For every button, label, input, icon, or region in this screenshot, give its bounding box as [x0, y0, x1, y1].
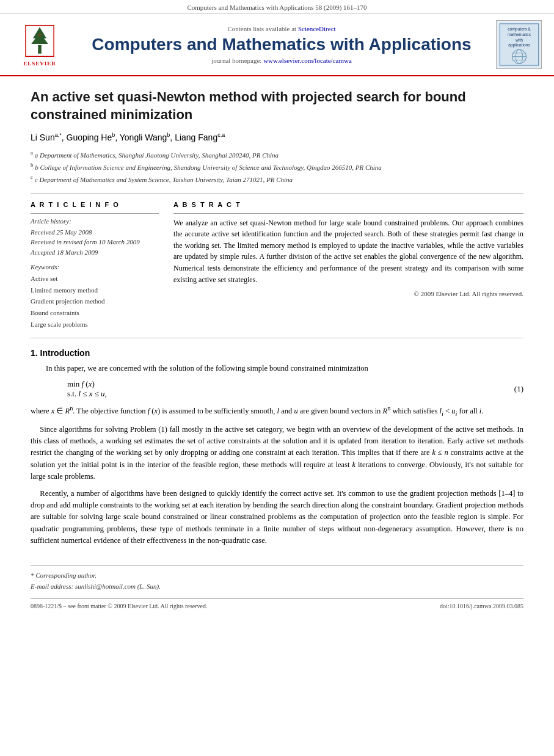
history-label: Article history:: [31, 217, 159, 225]
section-introduction: 1. Introduction In this paper, we are co…: [31, 348, 523, 547]
svg-text:mathematics: mathematics: [507, 32, 531, 37]
cover-svg: computers & mathematics with application…: [498, 23, 541, 67]
bottom-bar: 0898-1221/$ – see front matter © 2009 El…: [31, 598, 523, 609]
svg-text:applications: applications: [508, 43, 530, 48]
math-equation-1: min f (x) s.t. l ≤ x ≤ u, (1): [67, 379, 523, 399]
main-content: An active set quasi-Newton method with p…: [0, 76, 554, 622]
keyword-5: Large scale problems: [31, 319, 159, 330]
affiliations: a a Department of Mathematics, Shanghai …: [31, 148, 523, 186]
author-sun-sup: a,*: [55, 132, 62, 138]
elsevier-wordmark: ELSEVIER: [23, 60, 56, 67]
intro-para1: In this paper, we are concerned with the…: [31, 363, 523, 374]
svg-rect-1: [38, 45, 42, 54]
keywords-label: Keywords:: [31, 263, 159, 271]
equation-number: (1): [514, 384, 523, 394]
abstract-column: A B S T R A C T We analyze an active set…: [173, 201, 523, 330]
divider-1: [31, 193, 523, 194]
footnote-email: E-mail address: sunlishi@hotmail.com (L.…: [31, 581, 523, 592]
footnotes-section: * Corresponding author. E-mail address: …: [31, 565, 523, 592]
affil-c: c c Department of Mathematics and System…: [31, 173, 523, 185]
journal-homepage: journal homepage: www.elsevier.com/locat…: [75, 57, 489, 64]
elsevier-logo: ELSEVIER: [12, 23, 67, 67]
article-info-heading: A R T I C L E I N F O: [31, 201, 159, 208]
authors-line: Li Suna,*, Guoping Heb, Yongli Wangb, Li…: [31, 132, 523, 142]
keyword-2: Limited memory method: [31, 285, 159, 296]
elsevier-tree-icon: [21, 23, 58, 59]
received-date: Received 25 May 2008: [31, 227, 159, 238]
homepage-link[interactable]: www.elsevier.com/locate/camwa: [263, 57, 352, 64]
article-info-column: A R T I C L E I N F O Article history: R…: [31, 201, 159, 330]
svg-text:computers &: computers &: [508, 27, 531, 32]
keyword-4: Bound constraints: [31, 307, 159, 319]
journal-title-block: Contents lists available at ScienceDirec…: [75, 25, 489, 64]
accepted-date: Accepted 18 March 2009: [31, 247, 159, 258]
page-wrapper: Computers and Mathematics with Applicati…: [0, 0, 554, 756]
author-wang: , Yongli Wang: [115, 133, 167, 142]
math-content: min f (x) s.t. l ≤ x ≤ u,: [67, 379, 107, 399]
svg-text:with: with: [515, 38, 523, 42]
contents-available: Contents lists available at ScienceDirec…: [75, 25, 489, 32]
journal-cover-image: computers & mathematics with application…: [496, 20, 542, 69]
abstract-text: We analyze an active set quasi-Newton me…: [173, 217, 523, 286]
journal-citation: Computers and Mathematics with Applicati…: [187, 4, 366, 11]
divider-2: [31, 338, 523, 338]
author-he: , Guoping He: [62, 133, 112, 142]
intro-para4: Recently, a number of algorithms have be…: [31, 488, 523, 547]
article-title: An active set quasi-Newton method with p…: [31, 89, 523, 123]
affil-a: a a Department of Mathematics, Shanghai …: [31, 148, 523, 161]
math-line2: s.t. l ≤ x ≤ u,: [67, 389, 107, 399]
abstract-heading: A B S T R A C T: [173, 201, 523, 208]
math-line1: min f (x): [67, 379, 107, 389]
keyword-1: Active set: [31, 273, 159, 285]
journal-header: ELSEVIER Contents lists available at Sci…: [0, 14, 554, 76]
doi-text: doi:10.1016/j.camwa.2009.03.085: [440, 603, 523, 609]
intro-para2: where x ∈ Rn. The objective function f (…: [31, 404, 523, 419]
article-history-block: Article history: Received 25 May 2008 Re…: [31, 213, 159, 258]
journal-main-title: Computers and Mathematics with Applicati…: [75, 35, 489, 54]
sciencedirect-link[interactable]: ScienceDirect: [298, 25, 336, 32]
top-bar: Computers and Mathematics with Applicati…: [0, 0, 554, 14]
abstract-divider: We analyze an active set quasi-Newton me…: [173, 213, 523, 298]
section-1-title: 1. Introduction: [31, 348, 523, 358]
copyright-line: © 2009 Elsevier Ltd. All rights reserved…: [173, 290, 523, 297]
intro-para3: Since algorithms for solving Problem (1)…: [31, 424, 523, 483]
author-fang-sup: c,a: [217, 132, 225, 138]
article-info-abstract: A R T I C L E I N F O Article history: R…: [31, 201, 523, 330]
footnote-star: * Corresponding author.: [31, 570, 523, 581]
affil-b: b b College of Information Science and E…: [31, 161, 523, 173]
author-sun: Li Sun: [31, 133, 55, 142]
revised-date: Received in revised form 10 March 2009: [31, 237, 159, 247]
svg-point-4: [38, 34, 42, 37]
author-fang: , Liang Fang: [170, 133, 217, 142]
issn-text: 0898-1221/$ – see front matter © 2009 El…: [31, 603, 207, 609]
keyword-3: Gradient projection method: [31, 296, 159, 307]
